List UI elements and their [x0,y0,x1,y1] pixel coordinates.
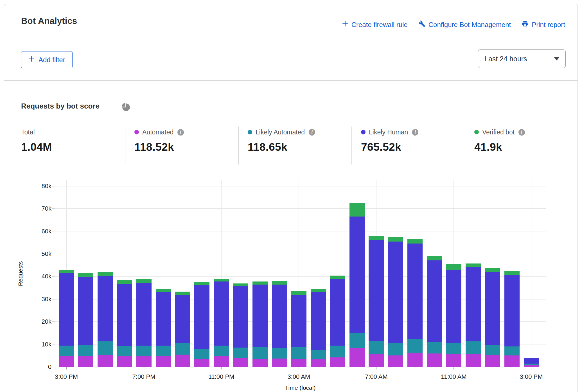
bar-11-00-am[interactable] [446,264,461,367]
bar-2-00-am[interactable] [272,281,287,367]
bar-segment-automated [272,359,287,367]
bar-segment-likely-human [272,285,287,348]
bar-segment-likely-human [214,281,229,346]
action-label: Configure Bot Management [428,21,511,29]
bar-2-00-pm[interactable] [504,271,520,367]
x-axis-title: Time (local) [55,384,546,391]
bar-10-00-pm[interactable] [194,282,209,367]
bar-segment-automated [117,356,132,367]
action-create-firewall-rule[interactable]: Create firewall rule [342,21,408,29]
bar-segment-likely-automated [117,346,132,356]
bar-segment-automated [524,365,539,367]
bar-segment-likely-automated [388,343,403,355]
bar-12-00-am[interactable] [233,283,248,367]
bar-segment-likely-human [252,285,268,347]
add-filter-button[interactable]: Add filter [21,51,73,68]
bar-segment-verified-bot [427,256,442,260]
x-tick [66,367,67,370]
bar-segment-automated [504,355,520,367]
info-icon[interactable] [518,129,525,136]
info-icon[interactable] [412,129,418,136]
bar-segment-verified-bot [466,263,481,267]
bar-3-00-pm[interactable] [524,358,539,367]
bar-segment-likely-human [427,260,442,342]
printer-icon [522,20,529,29]
bar-segment-verified-bot [311,289,326,292]
bar-4-00-am[interactable] [311,289,326,367]
bar-segment-likely-human [194,285,209,349]
action-print-report[interactable]: Print report [522,20,565,29]
bar-segment-verified-bot [233,283,248,286]
bar-9-00-pm[interactable] [175,292,190,367]
bar-segment-likely-human [233,286,248,348]
bar-5-00-pm[interactable] [98,272,113,367]
bar-segment-likely-automated [214,346,229,356]
bar-segment-likely-human [349,217,365,332]
bar-4-00-pm[interactable] [78,273,93,367]
bar-3-00-pm[interactable] [59,270,74,367]
chevron-down-icon [554,57,559,60]
x-tick-label: 7:00 AM [352,373,400,380]
bar-segment-likely-human [369,240,384,341]
stat-divider [125,127,125,165]
page-title: Bot Analytics [21,16,77,26]
bar-segment-likely-automated [427,342,442,353]
stat-likely-automated: Likely Automated118.65k [248,128,349,153]
stat-automated: Automated118.52k [134,128,236,153]
bar-segment-likely-human [175,295,190,343]
bar-segment-likely-human [98,276,113,341]
info-icon[interactable] [309,129,315,136]
bar-6-00-am[interactable] [349,203,365,367]
bar-6-00-pm[interactable] [117,280,132,367]
bar-11-00-pm[interactable] [214,279,229,367]
wrench-icon [418,20,425,29]
stat-value: 1.04M [21,141,122,153]
bar-segment-likely-automated [504,346,520,355]
info-icon[interactable] [177,129,184,136]
bar-segment-likely-automated [485,345,500,355]
bar-segment-likely-automated [194,349,209,359]
bar-segment-likely-human [78,277,93,345]
x-tick-label: 3:00 AM [275,373,323,380]
legend-dot [248,130,252,134]
stat-label: Likely Automated [256,129,305,136]
bar-1-00-am[interactable] [252,281,268,367]
bar-3-00-am[interactable] [291,291,306,367]
bar-10-00-am[interactable] [427,256,442,367]
bar-segment-likely-automated [98,341,113,355]
bar-segment-automated [388,355,403,367]
y-tick [52,321,55,322]
bar-8-00-pm[interactable] [156,289,171,367]
stat-label: Automated [142,129,173,136]
add-filter-label: Add filter [39,56,65,64]
bar-segment-verified-bot [175,292,190,294]
bar-7-00-pm[interactable] [136,279,152,367]
bar-segment-automated [485,355,500,367]
action-configure-bot-management[interactable]: Configure Bot Management [418,20,511,29]
x-tick [376,367,377,370]
bar-9-00-am[interactable] [407,239,423,367]
bar-segment-automated [194,359,209,367]
bar-segment-likely-automated [311,350,326,360]
bar-5-00-am[interactable] [330,276,345,367]
legend-dot [134,130,139,134]
bar-segment-likely-automated [59,346,74,356]
bar-segment-likely-human [446,270,461,343]
y-tick-label: 60k [32,228,51,235]
bar-segment-likely-human [117,284,132,346]
bar-1-00-pm[interactable] [485,268,500,367]
bar-segment-automated [78,356,93,367]
x-tick [144,367,144,370]
time-range-select[interactable]: Last 24 hours [478,49,566,68]
bar-segment-verified-bot [117,280,132,284]
bar-8-00-am[interactable] [388,237,403,367]
y-tick [52,367,55,367]
y-tick [52,276,55,277]
bar-12-00-pm[interactable] [466,263,481,367]
bar-segment-verified-bot [59,270,74,273]
bar-segment-verified-bot [330,276,345,278]
y-tick [52,254,55,254]
bar-segment-automated [349,348,365,367]
bar-7-00-am[interactable] [369,236,384,367]
bar-segment-likely-human [59,273,74,345]
